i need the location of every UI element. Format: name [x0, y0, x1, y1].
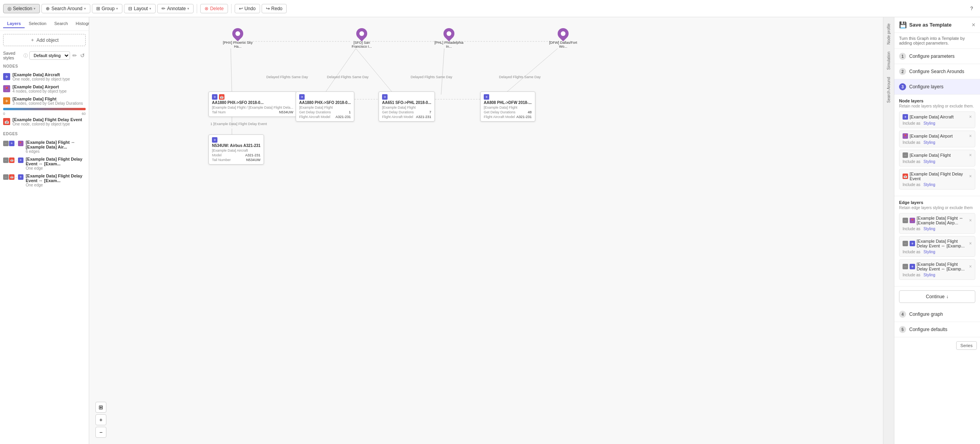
right-tab-simulation[interactable]: Simulation — [885, 48, 892, 73]
edge-layer-2-styling-button[interactable]: Styling — [924, 250, 935, 254]
airport-phl[interactable]: [PHL] Philadelphia In... — [433, 28, 465, 48]
edge-layer-3-remove-button[interactable]: × — [969, 264, 972, 269]
flight-4-model-label: Flight Aircraft Model — [484, 115, 515, 119]
canvas-area[interactable]: [PHX] Phoenix Sky Ha... [SFO] San Franci… — [89, 17, 883, 444]
flight-2-delay-row: Get Delay Durations 1 — [299, 110, 351, 114]
flight-1-tail-label: Tail Num — [212, 110, 226, 114]
redo-button[interactable]: ↪ Redo — [262, 4, 287, 13]
undo-button[interactable]: ↩ Undo — [235, 4, 260, 13]
edge-layer-3-name: ··· ✈ [Example Data] Flight Delay Event … — [903, 262, 969, 271]
node-item-flight[interactable]: ✈ [Example Data] Flight 3 nodes, colored… — [0, 95, 89, 107]
save-template-icon: 💾 — [899, 21, 907, 29]
continue-button[interactable]: Continue ↓ — [899, 290, 975, 303]
flight-2-name: AA1880 PHX->SFO 2018-0... — [299, 100, 351, 105]
aircraft-model-value: A321-231 — [245, 153, 260, 157]
flight-4-delay-value: 48 — [528, 110, 532, 114]
undo-icon: ↩ — [239, 6, 243, 11]
flight-node-2[interactable]: ✈ AA1880 PHX->SFO 2018-0... [Example Dat… — [296, 91, 354, 122]
step-4-row[interactable]: 4 Configure graph — [894, 307, 980, 322]
add-icon: ＋ — [30, 37, 35, 43]
toolbar-separator-2 — [231, 4, 232, 13]
layer-delay-remove-button[interactable]: × — [969, 174, 972, 179]
layer-flight-remove-button[interactable]: × — [969, 152, 972, 158]
flight-3-header: ✈ — [382, 94, 431, 100]
flight-1-tail-row: Tail Num N534UW — [212, 110, 293, 114]
close-template-button[interactable]: × — [972, 21, 975, 29]
airport-dfw[interactable]: [DFW] Dallas/Fort Wo... — [547, 28, 579, 48]
node-item-airport[interactable]: 📍 [Example Data] Airport 4 nodes, colore… — [0, 83, 89, 95]
step-3-row[interactable]: 3 Configure layers — [894, 79, 980, 95]
zoom-out-button[interactable]: − — [95, 427, 106, 438]
flight-node-3[interactable]: ✈ AA651 SFO->PHL 2018-0... [Example Data… — [379, 91, 435, 122]
selection-button[interactable]: ◎ Selection ▾ — [3, 4, 40, 13]
edge-1-flight-icon: ··· — [3, 141, 9, 146]
flight-1-sub: [Example Data] Flight / [Example Data] F… — [212, 106, 293, 109]
edge-layer-3-include: Include as Styling — [903, 273, 972, 277]
search-around-caret-icon: ▾ — [84, 7, 86, 11]
edge-3-dots-icon: ··· — [3, 174, 9, 180]
step-5-row[interactable]: 5 Configure defaults — [894, 322, 980, 337]
series-button[interactable]: Series — [956, 341, 977, 350]
layer-flight-icon: ··· — [903, 152, 908, 158]
group-button[interactable]: ⊞ Group ▾ — [92, 4, 122, 13]
edge-layer-1-styling-button[interactable]: Styling — [924, 227, 935, 231]
layer-delay-styling-button[interactable]: Styling — [924, 183, 935, 187]
node-delay-desc: One node, colored by object type — [13, 122, 82, 126]
flight-3-badge-icon: ✈ — [382, 94, 388, 100]
right-tab-node-profile[interactable]: Node profile — [885, 20, 892, 48]
edge-item-1[interactable]: ··· ✈ -- 📍 [Example Data] Flight ↔ [Exam… — [0, 138, 89, 155]
flight-2-model-row: Flight Aircraft Model A321-231 — [299, 115, 351, 119]
layout-icon: ⊟ — [128, 6, 132, 11]
dfw-pin-inner — [561, 31, 565, 36]
edge-item-3[interactable]: ··· 📅 -- ✈ [Example Data] Flight Delay E… — [0, 172, 89, 189]
tab-search[interactable]: Search — [50, 20, 72, 28]
edge-layer-3-styling-button[interactable]: Styling — [924, 273, 935, 277]
layer-flight-styling-button[interactable]: Styling — [924, 159, 935, 164]
delete-label: Delete — [210, 6, 224, 11]
zoom-in-button[interactable]: + — [95, 414, 106, 425]
layer-delay-include-label: Include as — [903, 183, 921, 187]
edge-layers-sub: Retain edge layers styling or exclude th… — [899, 206, 975, 210]
layer-airport-styling-button[interactable]: Styling — [924, 140, 935, 145]
add-object-button[interactable]: ＋ Add object — [3, 34, 86, 46]
layer-aircraft-styling-button[interactable]: Styling — [924, 121, 935, 125]
node-item-aircraft[interactable]: ✈ [Example Data] Aircraft One node, colo… — [0, 71, 89, 83]
step-5-num: 5 — [899, 326, 906, 333]
fit-view-button[interactable]: ⊞ — [95, 402, 106, 413]
step-1-row[interactable]: 1 Configure parameters — [894, 49, 980, 64]
aircraft-badge-icon: ✈ — [212, 137, 217, 143]
delete-icon: ⊗ — [205, 6, 208, 11]
edge-layer-2-remove-button[interactable]: × — [969, 241, 972, 246]
layer-aircraft-remove-button[interactable]: × — [969, 114, 972, 120]
node-airport-desc: 4 nodes, colored by object type — [13, 89, 66, 93]
help-button[interactable]: ? — [966, 4, 977, 13]
airport-phx[interactable]: [PHX] Phoenix Sky Ha... — [222, 28, 253, 48]
flight-node-4[interactable]: ✈ AA808 PHL->DFW 2018-... [Example Data]… — [480, 91, 535, 122]
step-2-row[interactable]: 2 Configure Search Arounds — [894, 64, 980, 79]
edge-item-2[interactable]: ··· 📅 -- ✈ [Example Data] Flight Delay E… — [0, 155, 89, 172]
style-select[interactable]: Default styling — [29, 51, 70, 60]
annotate-button[interactable]: ✏ Annotate ▾ — [157, 4, 194, 13]
layout-button[interactable]: ⊟ Layout ▾ — [124, 4, 156, 13]
node-item-delay[interactable]: 📅 [Example Data] Flight Delay Event One … — [0, 116, 89, 128]
airport-sfo[interactable]: [SFO] San Francisco I... — [346, 28, 377, 48]
delete-button[interactable]: ⊗ Delete — [200, 4, 228, 13]
node-delay-text: [Example Data] Flight Delay Event One no… — [13, 117, 82, 126]
right-tab-search-around[interactable]: Search Around — [885, 74, 892, 106]
aircraft-node[interactable]: ✈ N534UW: Airbus A321-231 [Example Data]… — [208, 134, 264, 165]
flight-1-badge-icon: ✈ — [212, 94, 217, 100]
edge-layer-1-remove-button[interactable]: × — [969, 218, 972, 223]
edge-layer-2-icon2: ✈ — [910, 241, 915, 246]
layer-airport-remove-button[interactable]: × — [969, 133, 972, 139]
sfo-pin-inner — [359, 31, 364, 36]
flight-node-1[interactable]: ✈ 📅 AA1880 PHX->SFO 2018-0... [Example D… — [208, 91, 297, 117]
saved-styles-label: Saved styles — [3, 51, 22, 60]
redo-icon: ↪ — [266, 6, 270, 11]
edges-section-title: EDGES — [0, 129, 89, 137]
refresh-style-button[interactable]: ↺ — [79, 52, 86, 59]
toolbar-separator-1 — [197, 4, 197, 13]
tab-selection[interactable]: Selection — [25, 20, 50, 28]
tab-layers[interactable]: Layers — [3, 20, 25, 28]
edit-style-button[interactable]: ✏ — [72, 52, 78, 59]
search-around-button[interactable]: ⊕ Search Around ▾ — [41, 4, 90, 13]
